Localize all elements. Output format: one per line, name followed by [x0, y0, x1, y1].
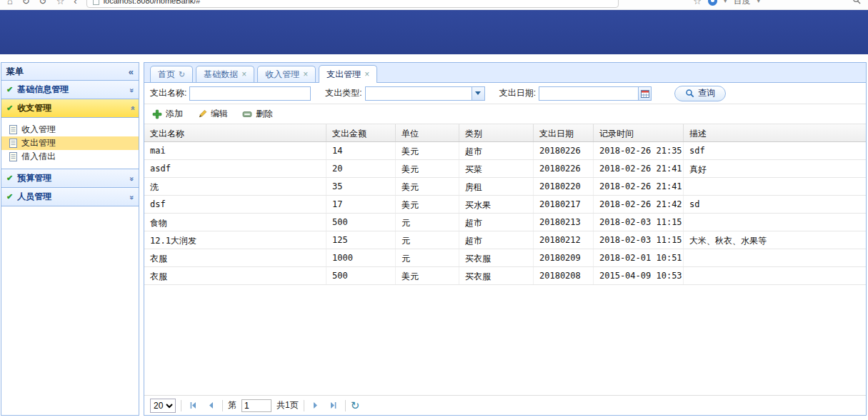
home-icon[interactable]: ⌂ [7, 0, 13, 6]
add-button[interactable]: 添加 [150, 106, 185, 121]
grid-header-row: 支出名称支出金额单位类别支出日期记录时间描述 [144, 124, 866, 142]
close-icon[interactable]: × [364, 70, 369, 79]
sidebar-panel-basic-info[interactable]: ✔ 基础信息管理 » [1, 81, 139, 99]
first-page-button[interactable] [186, 399, 199, 412]
table-cell: 20180226 [534, 142, 594, 159]
tab-income[interactable]: 收入管理 × [257, 66, 316, 82]
table-cell: 美元 [396, 196, 459, 213]
column-header[interactable]: 单位 [396, 124, 459, 141]
expense-date-datebox[interactable] [539, 86, 652, 101]
table-row[interactable]: 衣服1000元买衣服201802092018-02-01 10:51:58 [144, 249, 866, 267]
column-header[interactable]: 记录时间 [594, 124, 684, 141]
table-cell [684, 214, 866, 231]
table-cell: 20180220 [534, 178, 594, 195]
chevron-down-icon[interactable]: ▾ [757, 0, 760, 4]
table-cell: 2018-02-26 21:41:37 [594, 178, 684, 195]
tab-label: 首页 [158, 69, 175, 81]
submenu-finance: 收入管理 支出管理 借入借出 [1, 118, 139, 169]
panel-label: 收支管理 [17, 102, 51, 114]
collapse-sidebar-icon[interactable]: « [129, 66, 134, 77]
column-header[interactable]: 描述 [684, 124, 866, 141]
search-icon[interactable] [852, 0, 861, 6]
expense-type-combobox[interactable] [365, 86, 485, 101]
tab-home[interactable]: 首页 ↻ [150, 66, 193, 82]
tab-basic-data[interactable]: 基础数据 × [196, 66, 254, 82]
table-cell: 35 [326, 178, 396, 195]
page-number-input[interactable] [241, 399, 271, 412]
expense-name-input[interactable] [189, 86, 311, 101]
check-icon: ✔ [6, 192, 13, 201]
chevron-down-icon[interactable]: ▾ [724, 0, 727, 4]
menu-item-label: 借入借出 [21, 151, 56, 163]
total-pages-label: 共1页 [276, 399, 299, 411]
page-size-select[interactable]: 20 [150, 399, 176, 413]
chevron-down-icon[interactable]: » [127, 195, 136, 199]
url-text[interactable]: localhost:8080/homeBank/# [104, 0, 201, 5]
document-icon [9, 152, 17, 161]
table-cell: 超市 [459, 231, 534, 249]
column-header[interactable]: 类别 [459, 124, 534, 141]
separator [304, 400, 304, 411]
table-row[interactable]: 衣服500美元买衣服201802082015-04-09 10:53:32 [144, 267, 866, 285]
refresh-tab-icon[interactable]: ↻ [179, 70, 185, 79]
table-row[interactable]: 12.1大润发125元超市201802122018-02-03 11:15:51… [144, 231, 866, 249]
table-cell: 买衣服 [459, 267, 534, 284]
table-row[interactable]: 洗35美元房租201802202018-02-26 21:41:37 [144, 178, 866, 196]
table-cell: 美元 [396, 142, 459, 159]
last-page-button[interactable] [327, 399, 340, 412]
table-cell: 14 [326, 142, 396, 159]
query-button[interactable]: 查询 [674, 86, 726, 101]
combo-dropdown-icon[interactable] [472, 87, 484, 100]
sidebar-panel-personnel[interactable]: ✔ 人员管理 » [1, 188, 139, 206]
expense-type-input[interactable] [366, 87, 472, 100]
sidebar-item-income[interactable]: 收入管理 [1, 123, 139, 136]
table-row[interactable]: dsf17美元买水果201802172018-02-26 21:42:13sd [144, 196, 866, 214]
table-cell: 2018-02-03 11:15:51 [594, 231, 684, 249]
address-bar[interactable]: localhost:8080/homeBank/# [86, 0, 619, 8]
menu-item-label: 支出管理 [21, 137, 56, 149]
column-header[interactable]: 支出金额 [326, 124, 396, 141]
bookmark-star-icon[interactable]: ☆ [56, 0, 65, 6]
page-label: 第 [228, 399, 236, 411]
check-icon: ✔ [6, 85, 13, 94]
delete-button[interactable]: 删除 [240, 106, 275, 121]
favorite-star-icon[interactable]: ☆ [693, 0, 702, 6]
separator [345, 400, 346, 411]
history-icon[interactable]: ↺ [39, 0, 47, 6]
back-icon[interactable]: ‹ [74, 0, 76, 6]
column-header[interactable]: 支出名称 [144, 124, 326, 141]
chevron-down-icon[interactable]: » [127, 176, 136, 180]
close-icon[interactable]: × [241, 70, 246, 79]
column-header[interactable]: 支出日期 [534, 124, 594, 141]
reload-icon[interactable]: ↻ [351, 400, 360, 411]
sidebar: 菜单 « ✔ 基础信息管理 » ✔ 收支管理 » 收入管理 支出管理 借入借出 [1, 62, 139, 416]
expense-date-input[interactable] [539, 87, 638, 100]
table-row[interactable]: asdf20美元买菜201802262018-02-26 21:41:01真好 [144, 160, 866, 178]
sidebar-panel-finance[interactable]: ✔ 收支管理 » [1, 99, 139, 118]
sidebar-item-borrow-lend[interactable]: 借入借出 [1, 150, 139, 164]
table-cell: 美元 [396, 178, 459, 195]
delete-button-label: 删除 [256, 108, 273, 120]
next-page-button[interactable] [309, 399, 322, 412]
sidebar-item-expense[interactable]: 支出管理 [1, 136, 139, 150]
table-cell: 买水果 [459, 196, 534, 213]
close-icon[interactable]: × [303, 70, 308, 79]
user-avatar[interactable] [708, 0, 717, 6]
prev-page-button[interactable] [204, 399, 217, 412]
chevron-down-icon[interactable]: » [127, 88, 136, 91]
chevron-up-icon[interactable]: » [127, 106, 136, 110]
tab-expense[interactable]: 支出管理 × [319, 65, 377, 83]
calendar-icon[interactable] [638, 87, 651, 100]
account-label[interactable]: 百度 [733, 0, 750, 7]
sidebar-panel-budget[interactable]: ✔ 预算管理 » [1, 169, 139, 188]
edit-button[interactable]: 编辑 [195, 106, 230, 121]
table-cell: 食物 [144, 214, 326, 231]
table-row[interactable]: mai14美元超市201802262018-02-26 21:35:36sdf [144, 142, 866, 160]
tab-label: 收入管理 [265, 69, 299, 81]
query-button-label: 查询 [698, 87, 715, 99]
sidebar-title: 菜单 [6, 66, 24, 78]
table-row[interactable]: 食物500元超市201802132018-02-03 11:15:51 [144, 214, 866, 231]
table-cell: 2018-02-26 21:41:01 [594, 160, 684, 177]
refresh-icon[interactable]: ↻ [22, 0, 30, 6]
table-cell: 真好 [684, 160, 866, 177]
